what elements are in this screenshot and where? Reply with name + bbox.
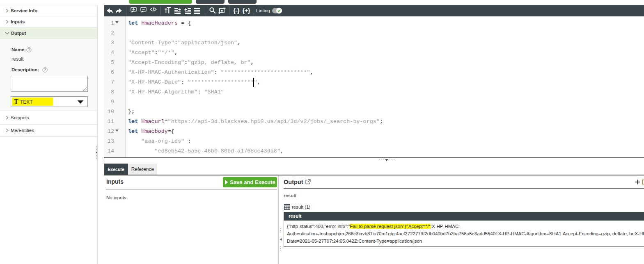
svg-text:{-}: {-} bbox=[233, 7, 240, 14]
svg-text:?: ? bbox=[44, 68, 46, 72]
svg-text:?: ? bbox=[28, 48, 30, 52]
svg-text:Linting: Linting bbox=[256, 8, 270, 13]
svg-text:{+}: {+} bbox=[242, 7, 250, 14]
